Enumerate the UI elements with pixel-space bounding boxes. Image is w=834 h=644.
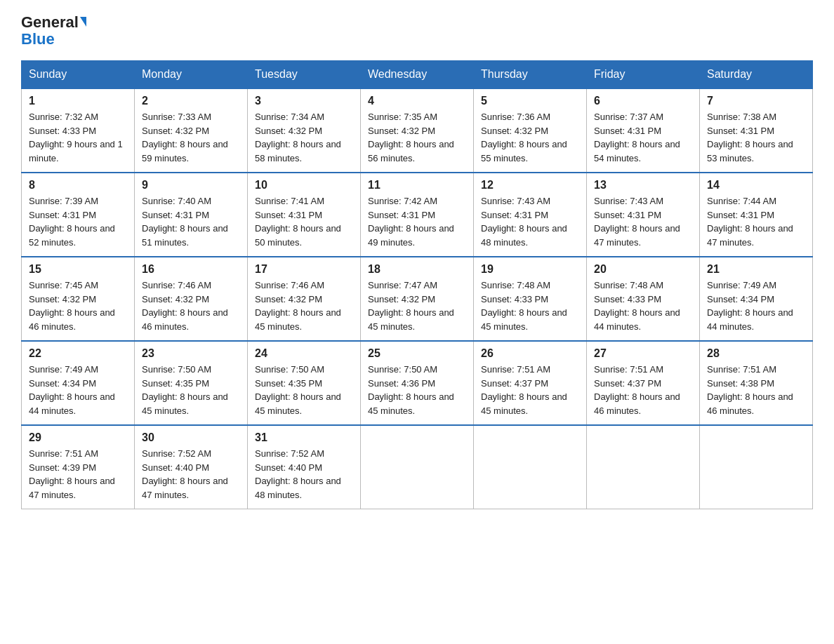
week-row-2: 8Sunrise: 7:39 AMSunset: 4:31 PMDaylight… bbox=[22, 173, 813, 257]
day-number: 17 bbox=[255, 263, 353, 276]
day-number: 12 bbox=[481, 179, 579, 192]
week-row-4: 22Sunrise: 7:49 AMSunset: 4:34 PMDayligh… bbox=[22, 341, 813, 425]
calendar-cell: 22Sunrise: 7:49 AMSunset: 4:34 PMDayligh… bbox=[22, 341, 135, 425]
day-number: 22 bbox=[29, 347, 127, 360]
day-number: 29 bbox=[29, 431, 127, 444]
calendar-cell: 19Sunrise: 7:48 AMSunset: 4:33 PMDayligh… bbox=[474, 257, 587, 341]
calendar-cell bbox=[361, 425, 474, 509]
day-number: 18 bbox=[368, 263, 466, 276]
week-row-1: 1Sunrise: 7:32 AMSunset: 4:33 PMDaylight… bbox=[22, 88, 813, 173]
day-info: Sunrise: 7:50 AMSunset: 4:35 PMDaylight:… bbox=[142, 363, 240, 417]
calendar-cell: 31Sunrise: 7:52 AMSunset: 4:40 PMDayligh… bbox=[248, 425, 361, 509]
day-info: Sunrise: 7:52 AMSunset: 4:40 PMDaylight:… bbox=[142, 447, 240, 502]
calendar-header-row: SundayMondayTuesdayWednesdayThursdayFrid… bbox=[22, 61, 813, 89]
day-number: 27 bbox=[594, 347, 692, 360]
day-info: Sunrise: 7:51 AMSunset: 4:37 PMDaylight:… bbox=[481, 363, 579, 417]
day-info: Sunrise: 7:36 AMSunset: 4:32 PMDaylight:… bbox=[481, 110, 579, 165]
day-info: Sunrise: 7:40 AMSunset: 4:31 PMDaylight:… bbox=[142, 194, 240, 249]
day-number: 1 bbox=[29, 95, 127, 107]
column-header-wednesday: Wednesday bbox=[361, 61, 474, 89]
day-info: Sunrise: 7:46 AMSunset: 4:32 PMDaylight:… bbox=[255, 279, 353, 333]
calendar-cell: 13Sunrise: 7:43 AMSunset: 4:31 PMDayligh… bbox=[587, 173, 700, 257]
day-info: Sunrise: 7:49 AMSunset: 4:34 PMDaylight:… bbox=[707, 279, 805, 333]
page-header: General Blue bbox=[21, 14, 813, 48]
day-info: Sunrise: 7:37 AMSunset: 4:31 PMDaylight:… bbox=[594, 110, 692, 165]
calendar-cell: 23Sunrise: 7:50 AMSunset: 4:35 PMDayligh… bbox=[135, 341, 248, 425]
day-info: Sunrise: 7:43 AMSunset: 4:31 PMDaylight:… bbox=[481, 194, 579, 249]
calendar-cell: 7Sunrise: 7:38 AMSunset: 4:31 PMDaylight… bbox=[700, 88, 813, 173]
column-header-thursday: Thursday bbox=[474, 61, 587, 89]
day-number: 16 bbox=[142, 263, 240, 276]
logo: General Blue bbox=[21, 14, 86, 48]
day-info: Sunrise: 7:34 AMSunset: 4:32 PMDaylight:… bbox=[255, 110, 353, 165]
calendar-cell: 27Sunrise: 7:51 AMSunset: 4:37 PMDayligh… bbox=[587, 341, 700, 425]
day-info: Sunrise: 7:42 AMSunset: 4:31 PMDaylight:… bbox=[368, 194, 466, 249]
day-info: Sunrise: 7:51 AMSunset: 4:39 PMDaylight:… bbox=[29, 447, 127, 502]
calendar-cell: 11Sunrise: 7:42 AMSunset: 4:31 PMDayligh… bbox=[361, 173, 474, 257]
day-number: 2 bbox=[142, 95, 240, 107]
day-info: Sunrise: 7:50 AMSunset: 4:36 PMDaylight:… bbox=[368, 363, 466, 417]
day-number: 31 bbox=[255, 431, 353, 444]
day-number: 9 bbox=[142, 179, 240, 192]
calendar-table: SundayMondayTuesdayWednesdayThursdayFrid… bbox=[21, 60, 813, 509]
day-number: 26 bbox=[481, 347, 579, 360]
calendar-cell: 14Sunrise: 7:44 AMSunset: 4:31 PMDayligh… bbox=[700, 173, 813, 257]
day-number: 13 bbox=[594, 179, 692, 192]
calendar-cell: 2Sunrise: 7:33 AMSunset: 4:32 PMDaylight… bbox=[135, 88, 248, 173]
calendar-cell: 5Sunrise: 7:36 AMSunset: 4:32 PMDaylight… bbox=[474, 88, 587, 173]
calendar-cell: 16Sunrise: 7:46 AMSunset: 4:32 PMDayligh… bbox=[135, 257, 248, 341]
calendar-cell: 6Sunrise: 7:37 AMSunset: 4:31 PMDaylight… bbox=[587, 88, 700, 173]
calendar-cell: 8Sunrise: 7:39 AMSunset: 4:31 PMDaylight… bbox=[22, 173, 135, 257]
calendar-cell bbox=[700, 425, 813, 509]
calendar-cell: 4Sunrise: 7:35 AMSunset: 4:32 PMDaylight… bbox=[361, 88, 474, 173]
calendar-cell: 28Sunrise: 7:51 AMSunset: 4:38 PMDayligh… bbox=[700, 341, 813, 425]
calendar-cell: 10Sunrise: 7:41 AMSunset: 4:31 PMDayligh… bbox=[248, 173, 361, 257]
day-info: Sunrise: 7:45 AMSunset: 4:32 PMDaylight:… bbox=[29, 279, 127, 333]
day-number: 3 bbox=[255, 95, 353, 107]
day-number: 6 bbox=[594, 95, 692, 107]
day-number: 4 bbox=[368, 95, 466, 107]
day-info: Sunrise: 7:46 AMSunset: 4:32 PMDaylight:… bbox=[142, 279, 240, 333]
day-number: 30 bbox=[142, 431, 240, 444]
day-info: Sunrise: 7:51 AMSunset: 4:38 PMDaylight:… bbox=[707, 363, 805, 417]
day-info: Sunrise: 7:48 AMSunset: 4:33 PMDaylight:… bbox=[481, 279, 579, 333]
day-info: Sunrise: 7:41 AMSunset: 4:31 PMDaylight:… bbox=[255, 194, 353, 249]
week-row-3: 15Sunrise: 7:45 AMSunset: 4:32 PMDayligh… bbox=[22, 257, 813, 341]
week-row-5: 29Sunrise: 7:51 AMSunset: 4:39 PMDayligh… bbox=[22, 425, 813, 509]
day-number: 7 bbox=[707, 95, 805, 107]
day-number: 24 bbox=[255, 347, 353, 360]
calendar-cell: 29Sunrise: 7:51 AMSunset: 4:39 PMDayligh… bbox=[22, 425, 135, 509]
calendar-cell: 15Sunrise: 7:45 AMSunset: 4:32 PMDayligh… bbox=[22, 257, 135, 341]
logo-blue: Blue bbox=[21, 30, 55, 48]
day-number: 25 bbox=[368, 347, 466, 360]
calendar-cell: 21Sunrise: 7:49 AMSunset: 4:34 PMDayligh… bbox=[700, 257, 813, 341]
day-number: 11 bbox=[368, 179, 466, 192]
day-info: Sunrise: 7:43 AMSunset: 4:31 PMDaylight:… bbox=[594, 194, 692, 249]
calendar-cell: 12Sunrise: 7:43 AMSunset: 4:31 PMDayligh… bbox=[474, 173, 587, 257]
calendar-cell bbox=[474, 425, 587, 509]
day-info: Sunrise: 7:48 AMSunset: 4:33 PMDaylight:… bbox=[594, 279, 692, 333]
calendar-cell bbox=[587, 425, 700, 509]
day-info: Sunrise: 7:51 AMSunset: 4:37 PMDaylight:… bbox=[594, 363, 692, 417]
day-info: Sunrise: 7:32 AMSunset: 4:33 PMDaylight:… bbox=[29, 110, 127, 165]
calendar-cell: 9Sunrise: 7:40 AMSunset: 4:31 PMDaylight… bbox=[135, 173, 248, 257]
day-number: 21 bbox=[707, 263, 805, 276]
calendar-cell: 24Sunrise: 7:50 AMSunset: 4:35 PMDayligh… bbox=[248, 341, 361, 425]
day-info: Sunrise: 7:33 AMSunset: 4:32 PMDaylight:… bbox=[142, 110, 240, 165]
column-header-tuesday: Tuesday bbox=[248, 61, 361, 89]
day-number: 20 bbox=[594, 263, 692, 276]
day-info: Sunrise: 7:50 AMSunset: 4:35 PMDaylight:… bbox=[255, 363, 353, 417]
day-info: Sunrise: 7:38 AMSunset: 4:31 PMDaylight:… bbox=[707, 110, 805, 165]
day-info: Sunrise: 7:52 AMSunset: 4:40 PMDaylight:… bbox=[255, 447, 353, 502]
calendar-cell: 30Sunrise: 7:52 AMSunset: 4:40 PMDayligh… bbox=[135, 425, 248, 509]
calendar-cell: 1Sunrise: 7:32 AMSunset: 4:33 PMDaylight… bbox=[22, 88, 135, 173]
calendar-cell: 25Sunrise: 7:50 AMSunset: 4:36 PMDayligh… bbox=[361, 341, 474, 425]
calendar-cell: 26Sunrise: 7:51 AMSunset: 4:37 PMDayligh… bbox=[474, 341, 587, 425]
day-info: Sunrise: 7:39 AMSunset: 4:31 PMDaylight:… bbox=[29, 194, 127, 249]
day-number: 5 bbox=[481, 95, 579, 107]
logo-triangle-icon bbox=[80, 17, 86, 27]
day-number: 28 bbox=[707, 347, 805, 360]
day-number: 10 bbox=[255, 179, 353, 192]
day-info: Sunrise: 7:44 AMSunset: 4:31 PMDaylight:… bbox=[707, 194, 805, 249]
day-info: Sunrise: 7:35 AMSunset: 4:32 PMDaylight:… bbox=[368, 110, 466, 165]
